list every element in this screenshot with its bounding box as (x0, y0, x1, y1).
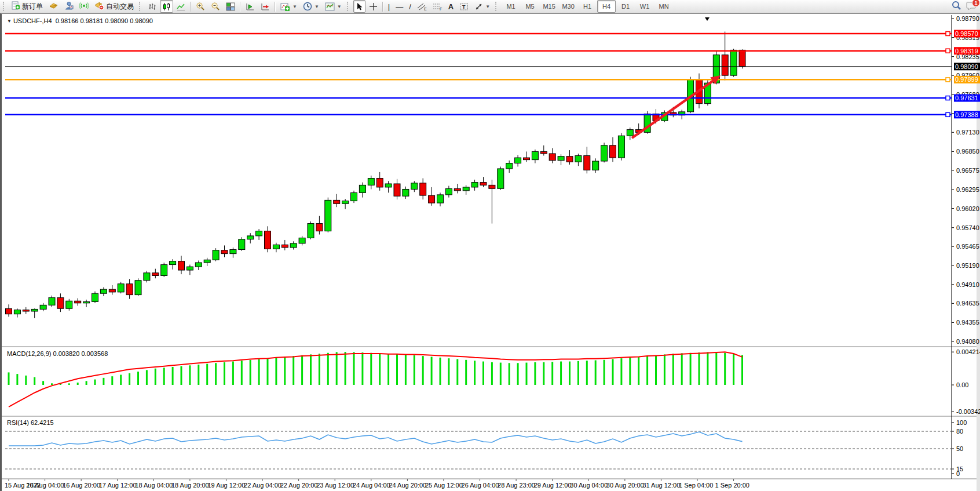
macd-histogram-bar (577, 361, 579, 385)
candle-body (403, 189, 409, 196)
candle-body (334, 200, 340, 203)
timeframe-button-h4[interactable]: H4 (597, 0, 616, 13)
equidistant-channel-icon: E (417, 2, 427, 11)
time-tick-label: 22 Aug 20:00 (280, 482, 318, 489)
axis-tick-label: 0.94355 (956, 319, 979, 326)
timeframe-button-d1[interactable]: D1 (616, 0, 635, 13)
macd-histogram-bar (456, 359, 458, 385)
templates-button[interactable]: ▼ (323, 0, 344, 13)
timeframe-button-w1[interactable]: W1 (635, 0, 654, 13)
time-tick-label: 26 Aug 04:00 (462, 482, 499, 489)
new-order-button[interactable]: 新订单 (9, 0, 45, 13)
zoom-in-button[interactable] (193, 0, 207, 13)
horizontal-line-tool-button[interactable]: — (393, 0, 405, 13)
signals-button[interactable] (77, 0, 91, 13)
bar-chart-button[interactable] (145, 0, 159, 13)
macd-histogram-bar (224, 362, 225, 385)
macd-histogram-bar (690, 353, 692, 385)
line-chart-icon (177, 2, 185, 11)
price-chart[interactable]: 0.987900.985150.982350.979600.976800.974… (2, 14, 980, 491)
candle-body (170, 261, 176, 265)
macd-histogram-bar (672, 354, 674, 385)
hline-handle[interactable] (946, 78, 950, 82)
crosshair-tool-button[interactable] (367, 0, 380, 13)
horizontal-line-icon: — (396, 3, 403, 10)
indicators-button[interactable]: ▼ (278, 0, 299, 13)
timeframe-button-m15[interactable]: M15 (540, 0, 558, 13)
hline-handle[interactable] (946, 49, 950, 53)
line-chart-button[interactable] (174, 0, 188, 13)
auto-trading-button[interactable]: 自动交易 (92, 0, 136, 13)
tile-windows-button[interactable] (224, 0, 237, 13)
candle-body (524, 158, 530, 160)
candle-body (368, 179, 374, 186)
fibonacci-tool-button[interactable]: F (430, 0, 445, 13)
macd-histogram-bar (491, 362, 493, 385)
text-tool-button[interactable]: A (446, 0, 456, 13)
market-watch-icon (49, 1, 58, 12)
macd-histogram-bar (215, 363, 217, 385)
zoom-out-button[interactable] (209, 0, 222, 13)
macd-histogram-bar (465, 360, 467, 385)
timeframe-button-mn[interactable]: MN (654, 0, 673, 13)
search-icon[interactable] (952, 1, 961, 13)
candle-body (118, 284, 124, 292)
macd-histogram-bar (509, 363, 510, 385)
macd-histogram-bar (664, 354, 665, 385)
cursor-tool-button[interactable] (353, 0, 365, 13)
hline-handle[interactable] (946, 96, 950, 100)
auto-scroll-icon (246, 2, 255, 11)
auto-scroll-button[interactable] (243, 0, 257, 13)
candle-body (204, 260, 210, 263)
candlestick-chart-button[interactable] (160, 0, 173, 13)
candle-body (325, 200, 331, 231)
timeframe-button-m1[interactable]: M1 (502, 0, 520, 13)
timeframe-button-h1[interactable]: H1 (578, 0, 597, 13)
navigator-button[interactable] (62, 0, 76, 13)
vertical-line-tool-button[interactable]: | (386, 0, 392, 13)
navigator-icon (64, 1, 74, 12)
rsi-indicator-label: RSI(14) 62.4215 (7, 419, 54, 426)
candle-body (601, 146, 608, 161)
timeframe-button-m5[interactable]: M5 (521, 0, 539, 13)
mt4-terminal: { "toolbar": { "new_order_label": "新订单",… (0, 0, 980, 491)
macd-histogram-bar (655, 355, 657, 385)
time-tick-label: 30 Aug 20:00 (606, 482, 644, 489)
dropdown-arrow-icon: ▼ (315, 4, 319, 9)
candle-body (135, 281, 141, 295)
equidistant-channel-tool-button[interactable]: E (415, 0, 429, 13)
market-watch-button[interactable] (46, 0, 61, 13)
periods-button[interactable]: ▼ (301, 0, 321, 13)
chart-symbol-label[interactable]: ▼USDCHF-,H4 0.98166 0.98181 0.98090 0.98… (7, 17, 153, 24)
trendline-tool-button[interactable]: / (407, 0, 414, 13)
macd-histogram-bar (25, 376, 27, 385)
hline-handle[interactable] (946, 112, 950, 117)
timeframe-button-m30[interactable]: M30 (559, 0, 577, 13)
time-tick-label: 18 Aug 20:00 (171, 482, 209, 489)
candle-body (100, 289, 107, 293)
candle-body (429, 195, 435, 203)
macd-histogram-bar (387, 354, 389, 385)
dropdown-arrow-icon: ▼ (337, 4, 342, 9)
time-tick-label: 31 Aug 12:00 (642, 482, 680, 489)
chart-window[interactable]: 0.987900.985150.982350.979600.976800.974… (0, 13, 980, 491)
chart-shift-button[interactable] (258, 0, 272, 13)
candle-body (722, 55, 728, 75)
candle-body (385, 184, 392, 187)
candle-body (540, 151, 547, 154)
candle-body (558, 157, 564, 161)
macd-histogram-bar (405, 354, 407, 385)
text-label-tool-button[interactable]: T (457, 0, 471, 13)
macd-histogram-bar (319, 354, 320, 385)
notifications-button[interactable]: 1 (966, 1, 977, 13)
candle-body (489, 185, 495, 188)
candle-body (618, 136, 624, 158)
hline-handle[interactable] (946, 32, 950, 36)
macd-histogram-bar (198, 365, 199, 385)
macd-histogram-bar (336, 352, 338, 385)
candle-body (161, 265, 167, 276)
arrows-tool-button[interactable]: ▼ (472, 0, 492, 13)
candle-body (593, 161, 599, 170)
candle-body (420, 183, 426, 195)
macd-histogram-bar (172, 367, 174, 385)
